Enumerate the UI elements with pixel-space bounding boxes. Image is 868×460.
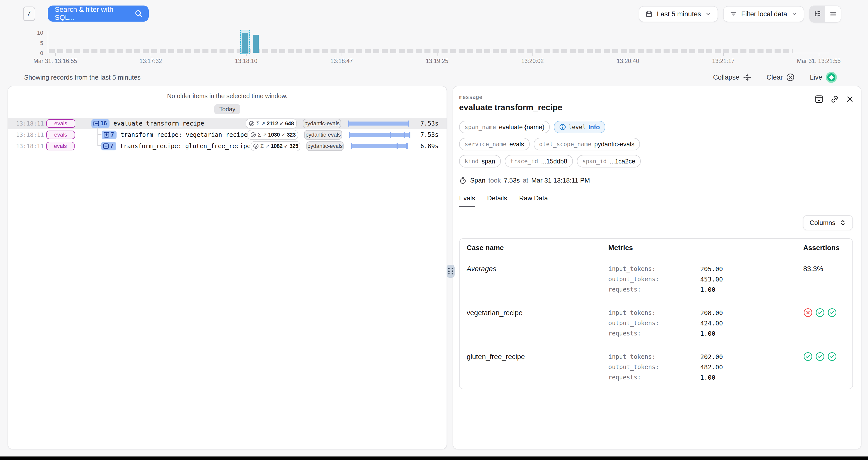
expand-children-badge[interactable]: 7 [102, 131, 117, 139]
duration-bar[interactable] [351, 143, 410, 149]
case-name: vegetarian_recipe [467, 308, 608, 339]
output-arrow-icon: ↙ [280, 121, 284, 126]
x-axis-tick [628, 53, 628, 56]
attribute-pill-row: span_nameevaluate {name}levelInfo [453, 121, 861, 133]
x-tick-label: 13:19:25 [426, 58, 448, 65]
trace-row[interactable]: 13:18:11 evals 16 evaluate transform_rec… [8, 118, 446, 129]
square-minus-icon [93, 120, 99, 127]
x-axis-tick [819, 53, 819, 56]
service-badge[interactable]: evals [46, 142, 74, 151]
live-control: Live [810, 72, 837, 83]
attribute-pill-trace_id[interactable]: trace_id...15ddb8 [505, 155, 573, 167]
attribute-pill-kind[interactable]: kindspan [459, 155, 501, 167]
collapse-label: Collapse [713, 73, 739, 81]
output-arrow-icon: ↙ [284, 143, 288, 149]
scope-tag[interactable]: pydantic-evals [303, 119, 341, 128]
output-arrow-icon: ↙ [281, 132, 285, 138]
span-message[interactable]: evaluate transform_recipe [114, 120, 204, 127]
metric-line: output_tokens:482.00 [608, 362, 803, 372]
time-range-label: Last 5 minutes [657, 10, 701, 18]
case-name: gluten_free_recipe [467, 352, 608, 383]
token-usage-chip[interactable]: Σ↗1082↙325 [251, 141, 300, 151]
header-metrics: Metrics [608, 244, 803, 252]
attribute-pill-span_name[interactable]: span_nameevaluate {name} [459, 121, 550, 133]
x-tick-label: 13:18:47 [330, 58, 353, 65]
level-pill[interactable]: levelInfo [554, 121, 605, 133]
input-arrow-icon: ↗ [261, 121, 265, 126]
attribute-pill-service_name[interactable]: service_nameevals [459, 138, 530, 151]
x-tick-label: Mar 31. 13:16:55 [33, 58, 77, 65]
square-plus-icon [103, 132, 110, 138]
evals-table-row[interactable]: gluten_free_recipe input_tokens:202.00ou… [460, 345, 852, 389]
duration-bar[interactable] [348, 121, 409, 127]
clear-button[interactable]: Clear [767, 73, 795, 81]
attribute-pill-row: kindspantrace_id...15ddb8span_id...1ca2c… [453, 155, 861, 167]
input-arrow-icon: ↗ [265, 143, 269, 149]
columns-button[interactable]: Columns [803, 215, 853, 230]
span-timing-line: Span took 7.53s at Mar 31 13:18:11 PM [453, 176, 861, 184]
trace-row[interactable]: 13:18:11 evals 7 transform_recipe: glute… [8, 140, 446, 152]
tab-details[interactable]: Details [487, 194, 507, 207]
timing-duration: 7.53s [504, 176, 520, 184]
x-axis-tick [437, 53, 437, 56]
logfire-live-view: { "colors": { "accent_blue": "#4386f5", … [0, 0, 868, 460]
trace-time: 13:18:11 [16, 120, 41, 127]
collapse-vertical-icon [743, 73, 751, 81]
evals-table-row[interactable]: Averages input_tokens:205.00output_token… [460, 257, 852, 301]
collapse-children-badge[interactable]: 16 [91, 119, 110, 128]
metric-line: input_tokens:202.00 [608, 352, 803, 362]
duration-text: 7.53s [409, 120, 438, 127]
tree-view-button[interactable] [810, 6, 825, 22]
trace-time: 13:18:11 [16, 132, 41, 138]
collapse-button[interactable]: Collapse [713, 73, 751, 81]
evals-table: Case name Metrics Assertions Averages in… [459, 238, 853, 389]
histogram-bar[interactable] [242, 33, 248, 53]
tab-raw-data[interactable]: Raw Data [519, 194, 548, 207]
scope-tag[interactable]: pydantic-evals [304, 130, 342, 140]
list-view-button[interactable] [825, 6, 841, 22]
attribute-pill-span_id[interactable]: span_id...1ca2ce [577, 155, 641, 167]
timeline-histogram[interactable]: 0510Mar 31. 13:16:5513:17:3213:18:1013:1… [0, 27, 868, 66]
x-axis-tick [342, 53, 342, 56]
span-message[interactable]: transform_recipe: vegetarian_recipe [121, 131, 248, 138]
close-panel-button[interactable] [846, 95, 854, 103]
attribute-pill-otel_scope_name[interactable]: otel_scope_namepydantic-evals [534, 138, 640, 151]
token-usage-chip[interactable]: Σ↗2112↙648 [246, 119, 297, 129]
metric-line: requests:1.00 [608, 328, 803, 339]
y-tick-label: 0 [28, 50, 43, 57]
trace-row[interactable]: 13:18:11 evals 7 transform_recipe: veget… [8, 129, 446, 140]
x-axis-line [48, 53, 829, 53]
metric-line: input_tokens:205.00 [608, 264, 803, 274]
tree-connector [97, 145, 101, 146]
assertion-fail-icon [803, 308, 813, 317]
service-badge[interactable]: evals [46, 119, 75, 128]
token-usage-chip[interactable]: Σ↗1030↙323 [247, 130, 298, 140]
time-range-button[interactable]: Last 5 minutes [639, 6, 718, 22]
info-icon [559, 124, 566, 130]
tokens-coin-icon [249, 121, 255, 127]
search-button[interactable]: Search & filter with SQL... [48, 5, 149, 22]
service-badge[interactable]: evals [46, 131, 75, 139]
tab-evals[interactable]: Evals [459, 194, 475, 207]
x-tick-label: 13:21:17 [712, 58, 735, 65]
evals-table-row[interactable]: vegetarian_recipe input_tokens:208.00out… [460, 301, 852, 345]
topbar-right-controls: Last 5 minutes Filter local data [639, 5, 841, 23]
span-message[interactable]: transform_recipe: gluten_free_recipe [120, 143, 251, 150]
expand-children-badge[interactable]: 7 [101, 142, 116, 151]
live-toggle-button[interactable] [826, 72, 837, 83]
duration-text: 7.53s [410, 131, 438, 138]
histogram-bar[interactable] [253, 35, 259, 53]
duration-bar[interactable] [349, 132, 410, 138]
attribute-pill-row: service_nameevalsotel_scope_namepydantic… [453, 138, 861, 151]
dock-panel-button[interactable] [815, 95, 823, 103]
scope-tag[interactable]: pydantic-evals [306, 141, 344, 151]
copy-link-button[interactable] [830, 95, 839, 103]
duration-text: 6.89s [410, 143, 438, 150]
filter-local-data-button[interactable]: Filter local data [723, 6, 804, 22]
header-case-name: Case name [467, 244, 608, 252]
panel-resize-handle[interactable] [446, 265, 455, 278]
tokens-coin-icon [253, 143, 259, 149]
filter-lines-icon [730, 10, 737, 18]
x-tick-label: 13:18:10 [235, 58, 257, 65]
slash-shortcut-keycap[interactable]: / [23, 6, 35, 21]
